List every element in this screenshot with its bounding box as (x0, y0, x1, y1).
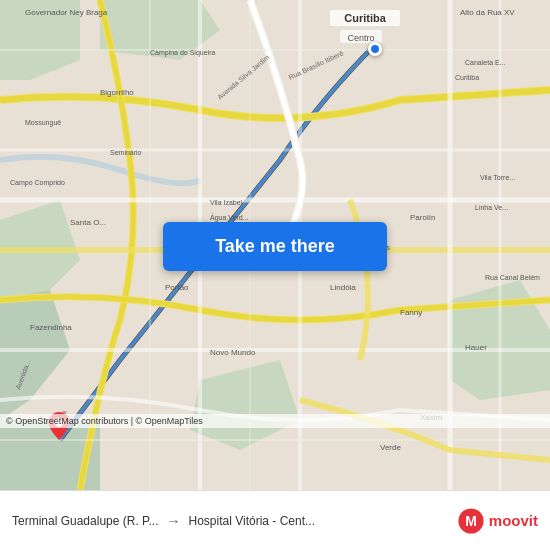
from-label: Terminal Guadalupe (R. P... (12, 514, 159, 528)
map-attribution: © OpenStreetMap contributors | © OpenMap… (0, 414, 550, 428)
svg-text:M: M (465, 512, 477, 528)
route-info: Terminal Guadalupe (R. P... → Hospital V… (12, 513, 457, 529)
svg-text:Novo Mundo: Novo Mundo (210, 348, 256, 357)
svg-text:Água Verd...: Água Verd... (210, 213, 249, 222)
svg-text:Fanny: Fanny (400, 308, 422, 317)
svg-text:Vila Izabel: Vila Izabel (210, 199, 243, 206)
take-me-there-button[interactable]: Take me there (163, 222, 387, 271)
svg-text:Hauer: Hauer (465, 343, 487, 352)
svg-text:Governador Ney Braga: Governador Ney Braga (25, 8, 108, 17)
moovit-text: moovit (489, 512, 538, 529)
svg-text:Mossunguê: Mossunguê (25, 119, 61, 127)
svg-text:Rua Canal Belém: Rua Canal Belém (485, 274, 540, 281)
svg-text:Vila Torre...: Vila Torre... (480, 174, 515, 181)
svg-text:Campo Comprido: Campo Comprido (10, 179, 65, 187)
svg-text:Curitiba: Curitiba (344, 12, 386, 24)
origin-marker (368, 42, 382, 56)
svg-text:Portão: Portão (165, 283, 189, 292)
svg-text:Seminário: Seminário (110, 149, 142, 156)
svg-text:Verde: Verde (380, 443, 401, 452)
svg-text:Linha Ve...: Linha Ve... (475, 204, 508, 211)
moovit-logo: M moovit (457, 507, 538, 535)
svg-text:Fazendinha: Fazendinha (30, 323, 72, 332)
svg-text:Centro: Centro (347, 33, 374, 43)
moovit-icon: M (457, 507, 485, 535)
svg-text:Curitiba: Curitiba (455, 74, 479, 81)
svg-text:Alto da Rua XV: Alto da Rua XV (460, 8, 515, 17)
svg-text:Santa O...: Santa O... (70, 218, 106, 227)
app: Curitiba Centro Governador Ney Braga Big… (0, 0, 550, 550)
bottom-bar: Terminal Guadalupe (R. P... → Hospital V… (0, 490, 550, 550)
to-label: Hospital Vitória - Cent... (189, 514, 316, 528)
svg-text:Bigorrilho: Bigorrilho (100, 88, 134, 97)
svg-text:Parolín: Parolín (410, 213, 435, 222)
svg-text:Lindóia: Lindóia (330, 283, 356, 292)
map-container: Curitiba Centro Governador Ney Braga Big… (0, 0, 550, 490)
svg-text:Canaleta E...: Canaleta E... (465, 59, 506, 66)
route-arrow-icon: → (167, 513, 181, 529)
svg-text:Campina do Siqueira: Campina do Siqueira (150, 49, 215, 57)
